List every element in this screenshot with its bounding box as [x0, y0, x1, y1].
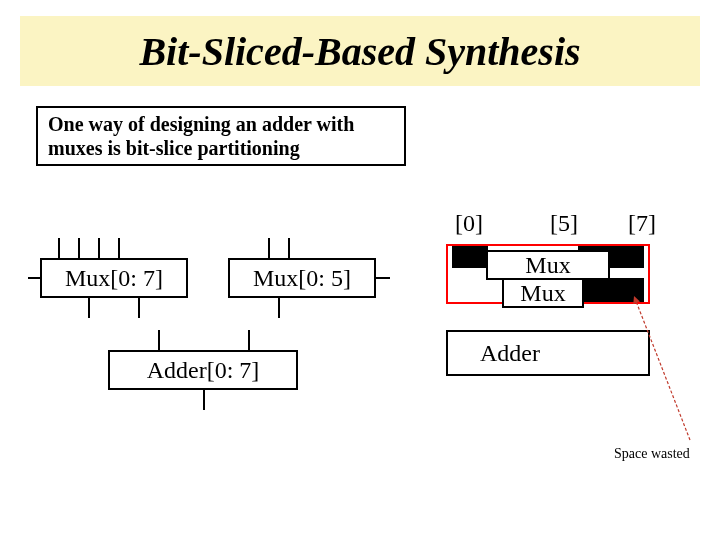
wire-in	[78, 238, 80, 258]
adder-a-label: Adder[0: 7]	[147, 357, 260, 384]
wire-out	[278, 298, 280, 318]
mux-bottom-box: Mux	[502, 278, 584, 308]
wire-out	[203, 390, 205, 410]
wire-in	[58, 238, 60, 258]
mux-b-label: Mux[0: 5]	[253, 265, 351, 292]
wire-out	[88, 298, 90, 318]
wire-in	[248, 330, 250, 350]
mux-top-box: Mux	[486, 250, 610, 280]
subtitle-box: One way of designing an adder with muxes…	[36, 106, 406, 166]
wire-in	[268, 238, 270, 258]
wire-in	[98, 238, 100, 258]
wire-sel	[28, 277, 40, 279]
mux-top-label: Mux	[525, 252, 570, 279]
svg-line-0	[634, 296, 690, 440]
index-7: [7]	[628, 210, 656, 237]
index-0: [0]	[455, 210, 483, 237]
wire-out	[138, 298, 140, 318]
wire-sel	[376, 277, 390, 279]
mux-a-label: Mux[0: 7]	[65, 265, 163, 292]
subtitle-text: One way of designing an adder with muxes…	[48, 112, 394, 160]
space-wasted-note: Space wasted	[614, 446, 690, 462]
slide-title: Bit-Sliced-Based Synthesis	[139, 28, 580, 75]
mux-b-box: Mux[0: 5]	[228, 258, 376, 298]
index-5: [5]	[550, 210, 578, 237]
mux-bottom-label: Mux	[520, 280, 565, 307]
wire-in	[288, 238, 290, 258]
adder-right-label: Adder	[480, 340, 540, 367]
title-band: Bit-Sliced-Based Synthesis	[20, 16, 700, 86]
wire-in	[118, 238, 120, 258]
adder-a-box: Adder[0: 7]	[108, 350, 298, 390]
arrow-space-wasted	[620, 290, 720, 460]
diagram-left: Mux[0: 7] Mux[0: 5] Adder[0: 7]	[28, 210, 398, 430]
mux-a-box: Mux[0: 7]	[40, 258, 188, 298]
wire-in	[158, 330, 160, 350]
